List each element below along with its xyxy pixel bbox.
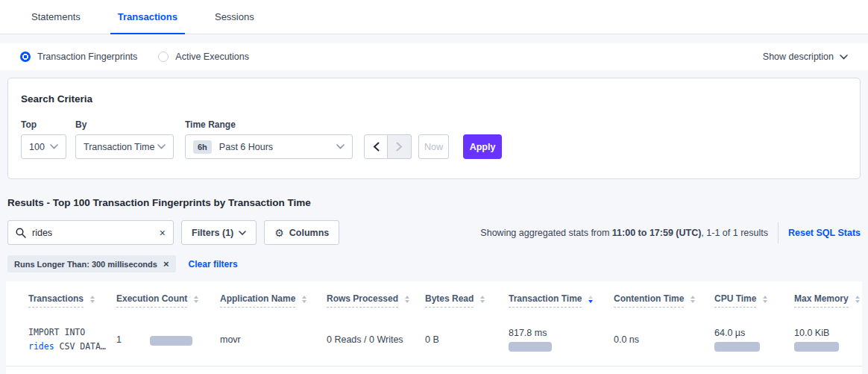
filter-tag: Runs Longer Than: 300 milliseconds ×: [7, 255, 176, 272]
column-header-execution-count[interactable]: Execution Count: [116, 293, 220, 308]
columns-button[interactable]: ⚙ Columns: [264, 220, 339, 245]
tab-sessions[interactable]: Sessions: [207, 0, 262, 34]
by-select[interactable]: Transaction Time: [75, 134, 174, 159]
radio-label: Transaction Fingerprints: [37, 52, 137, 62]
column-header-transactions[interactable]: Transactions: [28, 293, 116, 308]
time-range-value: Past 6 Hours: [219, 142, 273, 152]
cell-transaction-fingerprint[interactable]: IMPORT INTO rides CSV DATA…: [28, 325, 116, 354]
cell-execution-count: 1: [116, 334, 220, 346]
sort-icon[interactable]: [90, 296, 95, 303]
clear-filters-link[interactable]: Clear filters: [189, 259, 238, 269]
remove-filter-icon[interactable]: ×: [163, 259, 169, 269]
radio-active-executions[interactable]: Active Executions: [158, 52, 249, 62]
execution-count-bar: [150, 336, 192, 346]
sort-icon[interactable]: [763, 296, 767, 303]
chevron-down-icon: [840, 54, 848, 60]
transaction-time-bar: [509, 342, 552, 352]
column-header-rows-processed[interactable]: Rows Processed: [327, 293, 425, 308]
sort-icon[interactable]: [691, 296, 695, 303]
filters-button[interactable]: Filters (1): [181, 220, 257, 245]
chevron-right-icon: [396, 142, 403, 152]
results-toolbar: × Filters (1) ⚙ Columns Showing aggregat…: [7, 220, 861, 245]
chevron-down-icon: [157, 144, 166, 149]
gear-icon: ⚙: [274, 227, 284, 239]
time-prev-button[interactable]: [364, 134, 388, 159]
sort-icon[interactable]: [855, 296, 860, 303]
by-label: By: [75, 119, 174, 130]
cell-cpu-time: 64.0 µs: [714, 328, 794, 352]
stats-time-range: 11:00 to 17:59 (UTC): [612, 228, 701, 238]
max-memory-bar: [794, 342, 839, 352]
cell-bytes-read: 0 B: [425, 334, 509, 345]
active-filters-row: Runs Longer Than: 300 milliseconds × Cle…: [7, 255, 861, 272]
chevron-left-icon: [373, 142, 380, 152]
cell-max-memory: 10.0 KiB: [794, 328, 862, 352]
sort-icon[interactable]: [302, 296, 306, 303]
top-select[interactable]: 100: [21, 134, 66, 159]
column-header-cpu-time[interactable]: CPU Time: [714, 293, 794, 308]
filter-tag-label: Runs Longer Than: 300 milliseconds: [14, 260, 157, 269]
divider: [778, 222, 779, 243]
reset-sql-stats-link[interactable]: Reset SQL Stats: [788, 228, 861, 238]
cell-application-name: movr: [220, 334, 327, 345]
sort-icon[interactable]: [194, 296, 198, 303]
sort-icon[interactable]: [480, 296, 485, 303]
time-range-select[interactable]: 6h Past 6 Hours: [185, 134, 353, 159]
chevron-down-icon: [239, 231, 246, 235]
time-range-label: Time Range: [185, 119, 353, 130]
filters-button-label: Filters (1): [192, 228, 233, 238]
column-header-application-name[interactable]: Application Name: [220, 293, 327, 308]
cell-rows-processed: 0 Reads / 0 Writes: [327, 334, 425, 345]
radio-transaction-fingerprints[interactable]: Transaction Fingerprints: [20, 52, 137, 62]
chevron-down-icon: [50, 144, 58, 149]
column-header-transaction-time[interactable]: Transaction Time: [509, 293, 614, 308]
radio-selected-icon: [20, 52, 31, 62]
search-box: ×: [7, 220, 174, 245]
column-header-bytes-read[interactable]: Bytes Read: [425, 293, 509, 308]
by-select-value: Transaction Time: [84, 142, 154, 152]
chevron-down-icon: [336, 144, 345, 149]
time-range-badge: 6h: [193, 140, 212, 154]
table-row: IMPORT INTO rides CSV DATA… 1 movr 0 Rea…: [6, 315, 862, 367]
tab-statements[interactable]: Statements: [24, 0, 88, 34]
search-input[interactable]: [32, 228, 160, 238]
radio-unselected-icon: [158, 52, 169, 62]
tab-bar: Statements Transactions Sessions: [0, 0, 868, 34]
results-heading: Results - Top 100 Transaction Fingerprin…: [7, 197, 861, 208]
top-label: Top: [21, 119, 66, 130]
sort-icon[interactable]: [405, 296, 409, 303]
show-description-label: Show description: [763, 52, 834, 62]
tab-transactions[interactable]: Transactions: [110, 0, 185, 34]
clear-search-icon[interactable]: ×: [160, 228, 166, 238]
sort-icon[interactable]: [588, 296, 593, 303]
results-table: Transactions Execution Count Application…: [6, 281, 862, 374]
apply-button[interactable]: Apply: [463, 134, 502, 159]
search-icon: [16, 228, 26, 238]
cpu-time-bar: [714, 342, 760, 352]
search-criteria-card: Search Criteria Top 100 By Transaction T…: [7, 78, 861, 179]
now-button[interactable]: Now: [418, 134, 449, 159]
radio-label: Active Executions: [175, 52, 249, 62]
table-header-row: Transactions Execution Count Application…: [6, 281, 862, 315]
columns-button-label: Columns: [289, 228, 329, 238]
view-mode-bar: Transaction Fingerprints Active Executio…: [0, 43, 868, 70]
cell-transaction-time: 817.8 ms: [509, 328, 614, 352]
column-header-contention-time[interactable]: Contention Time: [614, 293, 714, 308]
transaction-link[interactable]: rides: [28, 341, 54, 352]
show-description-toggle[interactable]: Show description: [763, 52, 848, 62]
column-header-max-memory[interactable]: Max Memory: [794, 293, 862, 308]
search-criteria-title: Search Criteria: [21, 93, 847, 105]
stats-summary: Showing aggregated stats from 11:00 to 1…: [480, 228, 768, 238]
cell-contention-time: 0.0 ns: [614, 334, 714, 345]
top-select-value: 100: [29, 142, 45, 152]
time-next-button[interactable]: [388, 134, 412, 159]
